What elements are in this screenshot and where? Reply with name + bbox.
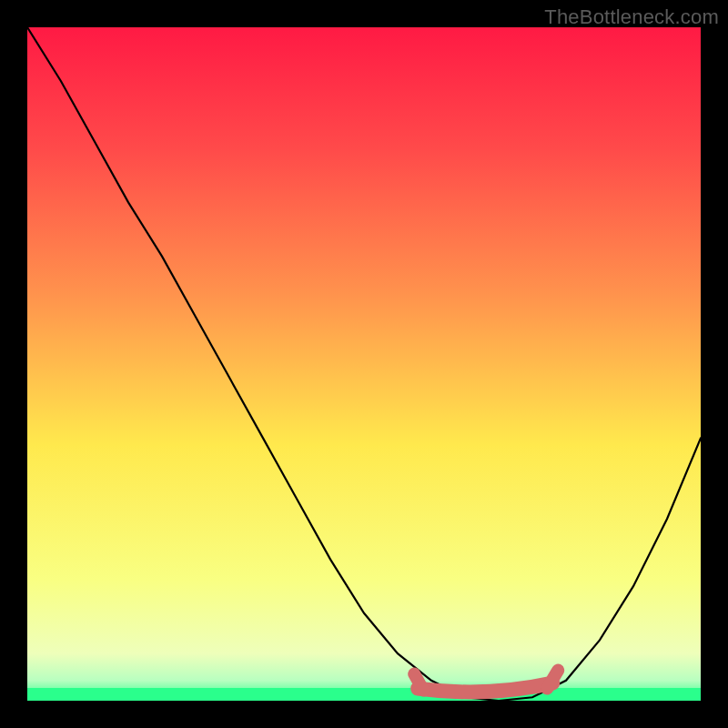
gradient-backdrop <box>27 27 701 701</box>
watermark-text: TheBottleneck.com <box>544 5 719 29</box>
plot-area <box>27 27 701 701</box>
baseline-band <box>27 688 701 701</box>
chart-svg <box>27 27 701 701</box>
